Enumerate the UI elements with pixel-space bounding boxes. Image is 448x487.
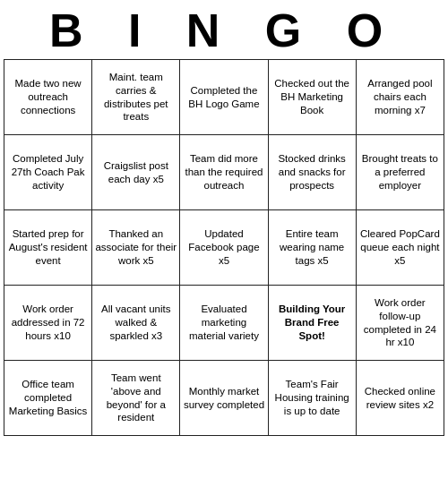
cell-r3-c4: Work order follow-up completed in 24 hr … (356, 286, 444, 361)
cell-r2-c1: Thanked an associate for their work x5 (92, 210, 180, 286)
cell-r4-c4: Checked online review sites x2 (356, 361, 444, 436)
cell-r1-c1: Craigslist post each day x5 (92, 135, 180, 210)
cell-r1-c3: Stocked drinks and snacks for prospects (268, 135, 356, 210)
cell-r3-c2: Evaluated marketing material variety (180, 286, 268, 361)
cell-r4-c0: Office team completed Marketing Basics (4, 361, 92, 436)
cell-r4-c3: Team's Fair Housing training is up to da… (268, 361, 356, 436)
bingo-title: B I N G O (0, 0, 448, 59)
cell-r4-c2: Monthly market survey completed (180, 361, 268, 436)
cell-r0-c0: Made two new outreach connections (4, 60, 92, 135)
cell-r0-c3: Checked out the BH Marketing Book (268, 60, 356, 135)
cell-r2-c4: Cleared PopCard queue each night x5 (356, 210, 444, 286)
cell-r1-c2: Team did more than the required outreach (180, 135, 268, 210)
cell-r2-c0: Started prep for August's resident event (4, 210, 92, 286)
cell-r0-c1: Maint. team carries & distributes pet tr… (92, 60, 180, 135)
cell-r1-c0: Completed July 27th Coach Pak activity (4, 135, 92, 210)
bingo-grid: Made two new outreach connectionsMaint. … (4, 59, 444, 436)
cell-r2-c2: Updated Facebook page x5 (180, 210, 268, 286)
cell-r1-c4: Brought treats to a preferred employer (356, 135, 444, 210)
cell-r3-c3: Building Your Brand Free Spot! (268, 286, 356, 361)
cell-r4-c1: Team went 'above and beyond' for a resid… (92, 361, 180, 436)
cell-r0-c2: Completed the BH Logo Game (180, 60, 268, 135)
cell-r3-c0: Work order addressed in 72 hours x10 (4, 286, 92, 361)
cell-r0-c4: Arranged pool chairs each morning x7 (356, 60, 444, 135)
cell-r3-c1: All vacant units walked & sparkled x3 (92, 286, 180, 361)
cell-r2-c3: Entire team wearing name tags x5 (268, 210, 356, 286)
